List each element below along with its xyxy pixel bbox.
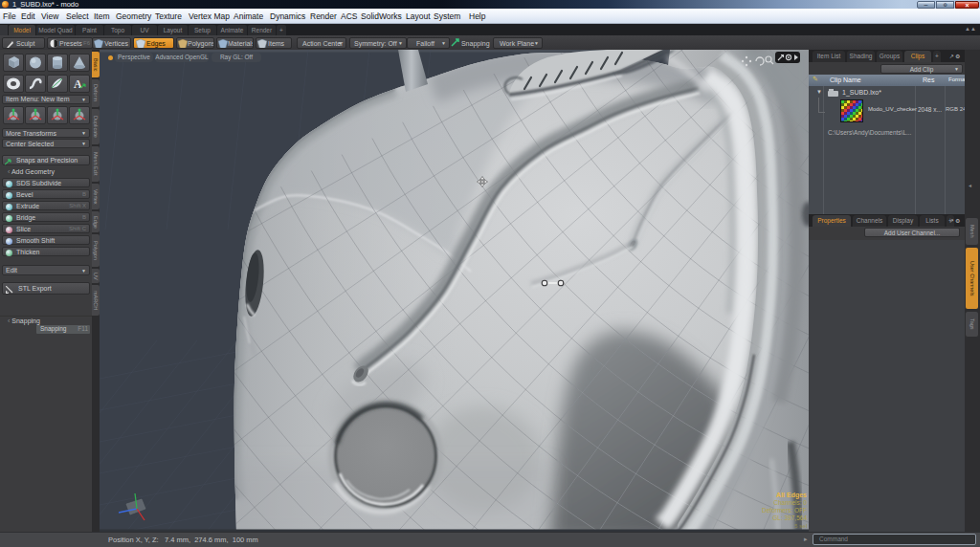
svg-text:A: A bbox=[74, 77, 82, 91]
svg-text:5 sel: 5 sel bbox=[794, 523, 807, 529]
svg-text:GL: 397,564: GL: 397,564 bbox=[772, 514, 807, 521]
svg-text:Deformers: OFF: Deformers: OFF bbox=[762, 507, 807, 514]
svg-text:All Edges: All Edges bbox=[776, 492, 807, 499]
svg-text:Channels: 0: Channels: 0 bbox=[773, 499, 807, 506]
